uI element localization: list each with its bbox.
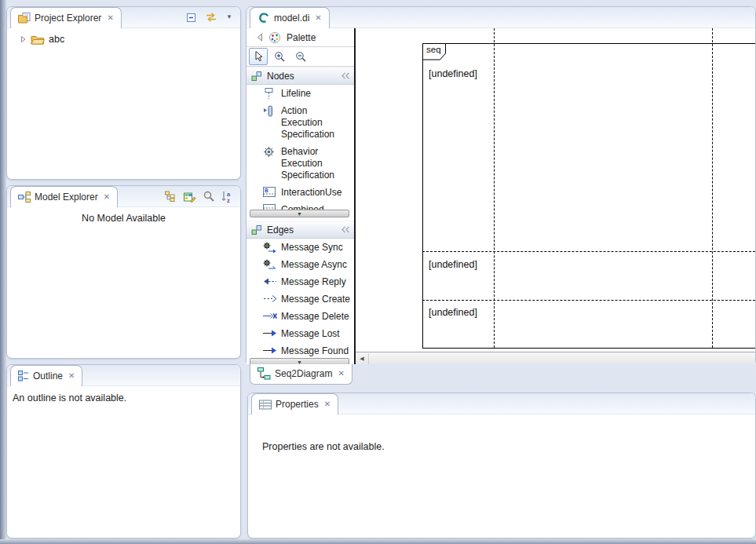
operand-divider	[422, 251, 755, 252]
palette-toolbar	[247, 47, 354, 67]
window-border-bottom	[0, 539, 756, 544]
svg-text:B: B	[265, 188, 268, 193]
search-icon[interactable]	[203, 191, 214, 202]
frame-label: seq	[426, 45, 441, 54]
tab-properties[interactable]: Properties ✕	[251, 393, 338, 414]
editor-area: model.di ✕ Palette	[246, 6, 756, 363]
palette-item-behavior-execution[interactable]: Behavior Execution Specification	[247, 143, 354, 184]
tab-model-di[interactable]: model.di ✕	[250, 7, 330, 28]
model-explorer-empty-text: No Model Available	[7, 213, 240, 224]
tab-label: Properties	[276, 399, 319, 410]
palette-item-message-reply[interactable]: Message Reply	[247, 273, 354, 290]
tab-label: Project Explorer	[35, 13, 101, 24]
interaction-frame-top	[422, 43, 755, 44]
drawer-edges[interactable]: Edges	[247, 221, 354, 239]
close-icon[interactable]: ✕	[107, 14, 113, 22]
scroll-left-icon[interactable]: ◀	[356, 353, 369, 364]
lifeline-icon	[263, 88, 277, 100]
tab-outline[interactable]: Outline ✕	[10, 365, 82, 386]
palette-item-label: Message Async	[281, 259, 347, 271]
tab-project-explorer[interactable]: Project Explorer ✕	[10, 7, 122, 28]
palette: Palette	[247, 28, 354, 364]
expand-arrow-icon[interactable]	[20, 35, 27, 43]
select-tool[interactable]	[249, 48, 268, 65]
project-explorer-tabstrip: Project Explorer ✕ ▼	[7, 7, 240, 28]
properties-empty-text: Properties are not available.	[248, 414, 755, 452]
seq2diagram-icon	[257, 367, 271, 380]
palette-item-action-execution[interactable]: Action Execution Specification	[247, 102, 354, 143]
palette-item-message-sync[interactable]: Message Sync	[247, 239, 354, 256]
close-icon[interactable]: ✕	[68, 372, 75, 380]
palette-item-lifeline[interactable]: Lifeline	[247, 85, 354, 102]
properties-panel: Properties ✕ Properties are not availabl…	[247, 392, 756, 539]
tab-label: Model Explorer	[35, 192, 98, 203]
message-delete-icon	[263, 311, 277, 321]
customize-view-icon[interactable]	[184, 191, 196, 203]
window-border-left	[0, 0, 6, 544]
operand-label[interactable]: [undefined]	[429, 307, 477, 318]
scroll-down-icon: ▼	[297, 360, 302, 365]
palette-scroll-down[interactable]: ▼	[250, 358, 349, 364]
palette-header[interactable]: Palette	[247, 28, 354, 47]
sort-alphabetical-icon[interactable]: az	[221, 191, 232, 203]
scroll-down-icon: ▼	[297, 211, 302, 217]
drawer-label: Nodes	[267, 71, 294, 82]
palette-item-label: InteractionUse	[281, 187, 341, 199]
model-explorer-panel: Model Explorer ✕ az No Model Available	[6, 185, 241, 359]
tab-model-explorer[interactable]: Model Explorer ✕	[10, 186, 118, 207]
drawer-icon	[251, 71, 262, 82]
message-create-icon	[263, 294, 277, 304]
palette-item-message-found[interactable]: Message Found	[247, 342, 354, 360]
close-icon[interactable]: ✕	[104, 193, 110, 201]
interaction-frame-bottom	[422, 348, 755, 349]
operand-divider	[422, 300, 755, 301]
operand-label[interactable]: [undefined]	[429, 259, 477, 270]
palette-item-message-lost[interactable]: Message Lost	[247, 325, 354, 342]
palette-item-message-create[interactable]: Message Create	[247, 290, 354, 308]
zoom-in-tool[interactable]	[270, 48, 289, 65]
palette-item-label: Message Reply	[281, 276, 346, 288]
collapse-all-icon[interactable]	[185, 12, 196, 23]
properties-tabstrip: Properties ✕	[248, 393, 755, 414]
model-explorer-tabstrip: Model Explorer ✕ az	[7, 186, 240, 207]
canvas-horizontal-scrollbar[interactable]: ◀	[356, 352, 755, 364]
model-explorer-icon	[18, 192, 31, 203]
tree-item-label: abc	[49, 34, 64, 45]
palette-item-label: Action Execution Specification	[281, 105, 349, 141]
project-tree: abc	[7, 28, 240, 45]
action-execution-icon	[263, 105, 277, 117]
drawer-label: Edges	[267, 225, 294, 235]
close-icon[interactable]: ✕	[324, 400, 331, 408]
tab-label: model.di	[274, 13, 309, 24]
palette-item-label: Message Create	[281, 294, 350, 305]
palette-collapse-icon[interactable]	[257, 33, 263, 42]
outline-panel: Outline ✕ An outline is not available.	[6, 364, 241, 539]
palette-item-label: Message Delete	[281, 311, 349, 323]
message-async-icon	[263, 259, 277, 271]
folder-icon	[31, 35, 45, 45]
palette-scroll-down[interactable]: ▼	[250, 210, 349, 217]
zoom-out-tool[interactable]	[291, 48, 310, 65]
tab-seq2diagram[interactable]: Seq2Diagram ✕	[250, 363, 352, 385]
view-menu-icon[interactable]: ▼	[226, 14, 232, 20]
diagram-canvas[interactable]: seq [undefined] [undefined] [undefined]	[356, 28, 755, 352]
tree-layout-icon[interactable]	[165, 191, 177, 202]
outline-empty-text: An outline is not available.	[7, 386, 240, 403]
close-icon[interactable]: ✕	[338, 370, 344, 378]
eclipse-window: Project Explorer ✕ ▼ a	[0, 0, 756, 544]
link-with-editor-icon[interactable]	[205, 12, 217, 23]
drawer-pin-icon[interactable]	[341, 226, 350, 233]
drawer-pin-icon[interactable]	[341, 72, 350, 79]
tree-item-abc[interactable]: abc	[7, 28, 240, 45]
palette-item-message-async[interactable]: Message Async	[247, 256, 354, 273]
drawer-nodes[interactable]: Nodes	[247, 67, 354, 85]
interaction-frame-left	[422, 43, 423, 348]
palette-item-message-delete[interactable]: Message Delete	[247, 308, 354, 325]
operand-label[interactable]: [undefined]	[429, 68, 477, 79]
message-reply-icon	[263, 276, 277, 287]
message-lost-icon	[263, 328, 277, 338]
palette-item-interactionuse[interactable]: B InteractionUse	[247, 184, 354, 201]
drawer-icon	[251, 225, 262, 235]
palette-item-label: Message Found	[281, 345, 349, 357]
close-icon[interactable]: ✕	[315, 14, 321, 22]
